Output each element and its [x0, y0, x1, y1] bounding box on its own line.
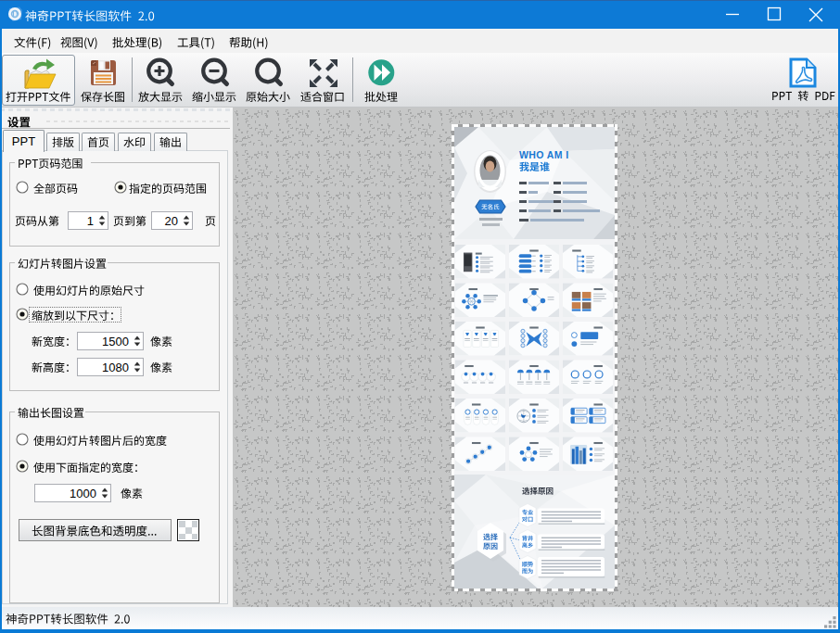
svg-text:WHO AM I: WHO AM I: [519, 149, 569, 160]
